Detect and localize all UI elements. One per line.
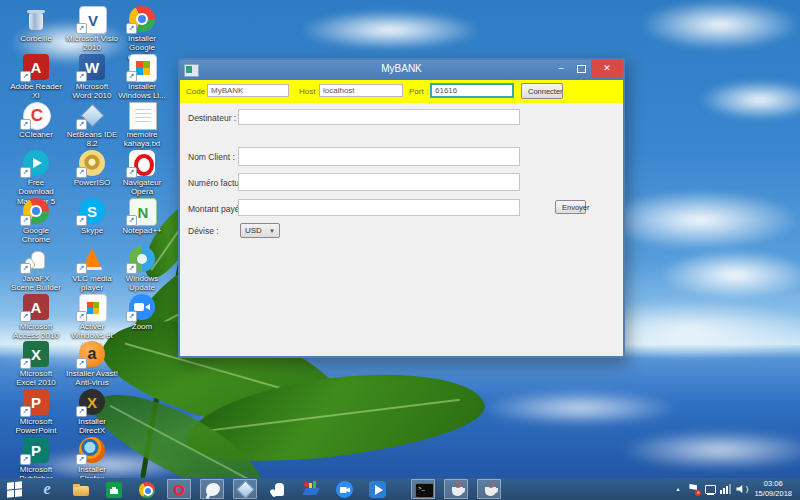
montant-paye-input[interactable] [238, 199, 520, 216]
shortcut-arrow-icon: ↗ [76, 454, 87, 465]
taskbar-item-fdm[interactable] [365, 479, 389, 499]
desktop-icon-visio[interactable]: ↗ Microsoft Visio 2010 [66, 6, 118, 53]
desktop-icon-installer-windows-live[interactable]: ↗ Installer Windows Li... [116, 54, 168, 101]
host-label: Host : [299, 87, 320, 96]
action-center-flag-icon[interactable] [687, 481, 700, 497]
shortcut-arrow-icon: ↗ [20, 71, 31, 82]
desktop-icon-installer-avast[interactable]: ↗ Installer Avast! Anti-virus [66, 341, 118, 388]
connecter-button[interactable]: Connecter [521, 83, 563, 99]
taskbar-item-cmd[interactable] [411, 479, 435, 499]
shortcut-arrow-icon: ↗ [76, 358, 87, 369]
mybank-window: MyBANK – ✕ Code : Host : Port : Connecte… [178, 58, 625, 358]
system-tray: 03:06 15/09/2018 [668, 478, 796, 500]
shortcut-arrow-icon: ↗ [126, 215, 137, 226]
desktop-icon-poweriso[interactable]: ↗ PowerISO [66, 150, 118, 187]
desktop-icon-opera[interactable]: ↗ Navigateur Opera [116, 150, 168, 197]
taskbar-item-store[interactable] [101, 479, 125, 499]
shortcut-arrow-icon: ↗ [126, 167, 137, 178]
shortcut-arrow-icon: ↗ [76, 119, 87, 130]
desktop-icon-label: Microsoft Access 2010 [10, 322, 62, 341]
envoyer-button[interactable]: Envoyer [555, 200, 586, 214]
desktop-icon-corbeille[interactable]: ↗ Corbeille [10, 6, 62, 43]
close-button[interactable]: ✕ [591, 60, 623, 78]
taskbar-item-explorer[interactable] [68, 479, 92, 499]
port-input[interactable] [430, 83, 514, 98]
desktop-icon-label: Notepad++ [116, 226, 168, 235]
connection-toolbar: Code : Host : Port : Connecter [180, 80, 623, 103]
nom-client-input[interactable] [238, 147, 520, 166]
shortcut-arrow-icon: ↗ [76, 71, 87, 82]
desktop-icon-label: Installer Avast! Anti-virus [66, 369, 118, 388]
clock-time: 03:06 [754, 479, 792, 489]
desktop-icon-label: CCleaner [10, 130, 62, 139]
desktop-icon-adobe-reader[interactable]: ↗ Adobe Reader XI [10, 54, 62, 101]
desktop-icon-vlc[interactable]: ↗ VLC media player [66, 246, 118, 293]
devise-select[interactable]: USD ▼ [240, 223, 280, 238]
desktop-icon-ccleaner[interactable]: ↗ CCleaner [10, 102, 62, 139]
tray-expand-icon[interactable] [671, 481, 684, 497]
desktop-icon-installer-directx[interactable]: ↗ Installer DirectX [66, 389, 118, 436]
shortcut-arrow-icon: ↗ [76, 263, 87, 274]
text-file-icon [129, 102, 157, 130]
taskbar-item-ie[interactable] [35, 479, 59, 499]
desktop-icon-zoom[interactable]: ↗ Zoom [116, 294, 168, 331]
taskbar-item-postgresql[interactable] [200, 479, 224, 499]
taskbar-item-chrome[interactable] [134, 479, 158, 499]
shortcut-arrow-icon: ↗ [126, 263, 137, 274]
desktop-icon-excel[interactable]: ↗ Microsoft Excel 2010 [10, 341, 62, 388]
desktop-icon-label: Microsoft Visio 2010 [66, 34, 118, 53]
desktop-icon-notepadpp[interactable]: ↗ Notepad++ [116, 198, 168, 235]
taskbar-item-netbeans[interactable] [233, 479, 257, 499]
desktop-icon-memoire[interactable]: ↗ memoire kahaya.txt [116, 102, 168, 149]
host-input[interactable] [319, 84, 403, 97]
nom-client-label: Nom Client : [188, 152, 235, 162]
shortcut-arrow-icon: ↗ [76, 311, 87, 322]
desktop-icon-label: Installer Windows Li... [116, 82, 168, 101]
desktop-icon-label: Adobe Reader XI [10, 82, 62, 101]
taskbar-item-java-app-1[interactable] [444, 479, 468, 499]
taskbar-item-zoom[interactable] [332, 479, 356, 499]
shortcut-arrow-icon: ↗ [126, 311, 137, 322]
port-label: Port : [409, 87, 428, 96]
taskbar-clock[interactable]: 03:06 15/09/2018 [754, 479, 792, 499]
desktop-icon-label: Microsoft Excel 2010 [10, 369, 62, 388]
desktop-icon-word[interactable]: ↗ Microsoft Word 2010 [66, 54, 118, 101]
network-icon[interactable] [703, 481, 716, 497]
desktop-icon-skype[interactable]: ↗ Skype [66, 198, 118, 235]
desktop-icon-google-chrome[interactable]: ↗ Google Chrome [10, 198, 62, 245]
devise-label: Dévise : [188, 226, 219, 236]
desktop-icon-access[interactable]: ↗ Microsoft Access 2010 [10, 294, 62, 341]
shortcut-arrow-icon: ↗ [20, 215, 31, 226]
desktop-icon-label: VLC media player [66, 274, 118, 293]
window-titlebar[interactable]: MyBANK – ✕ [180, 60, 623, 80]
taskbar: 03:06 15/09/2018 [0, 478, 800, 500]
taskbar-start-button[interactable] [2, 479, 26, 499]
desktop-icon-label: Zoom [116, 322, 168, 331]
taskbar-item-java-app-2[interactable] [477, 479, 501, 499]
shortcut-arrow-icon: ↗ [20, 263, 31, 274]
desktop-icon-label: Installer DirectX [66, 417, 118, 436]
desktop-icon-label: Microsoft Word 2010 [66, 82, 118, 101]
recycle-bin-icon [23, 6, 49, 32]
taskbar-item-opera[interactable] [167, 479, 191, 499]
clock-date: 15/09/2018 [754, 489, 792, 499]
minimize-button[interactable]: – [551, 60, 571, 78]
desktop-icon-installer-firefox[interactable]: ↗ Installer Firefox [66, 437, 118, 484]
speaker-icon[interactable] [735, 481, 748, 497]
desktop-icon-label: NetBeans IDE 8.2 [66, 130, 118, 149]
signal-strength-icon[interactable] [719, 481, 732, 497]
taskbar-item-scene-builder[interactable] [266, 479, 290, 499]
destinataire-label: Destinateur : [188, 113, 236, 123]
desktop-icon-netbeans[interactable]: ↗ NetBeans IDE 8.2 [66, 102, 118, 149]
numero-facture-input[interactable] [238, 173, 520, 191]
code-input[interactable] [207, 84, 289, 97]
destinataire-input[interactable] [238, 109, 520, 125]
devise-selected-value: USD [245, 226, 262, 235]
shortcut-arrow-icon: ↗ [76, 23, 87, 34]
desktop-icon-windows-update[interactable]: ↗ Windows Update [116, 246, 168, 293]
shortcut-arrow-icon: ↗ [126, 23, 137, 34]
desktop-icon-label: Google Chrome [10, 226, 62, 245]
shortcut-arrow-icon: ↗ [76, 406, 87, 417]
maximize-button[interactable] [571, 60, 591, 78]
taskbar-item-chart-app[interactable] [299, 479, 323, 499]
